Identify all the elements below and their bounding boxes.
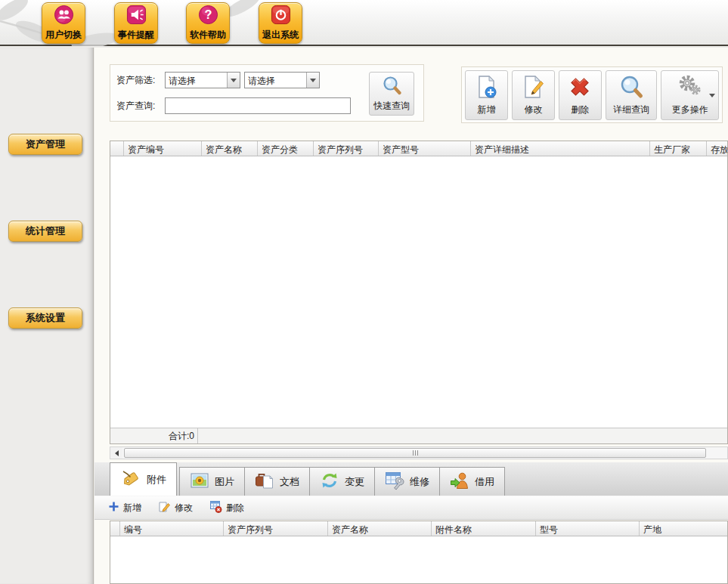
asset-query-input[interactable]	[165, 97, 351, 114]
software-help-button[interactable]: ? 软件帮助	[186, 2, 230, 44]
horizontal-scrollbar[interactable]	[110, 446, 728, 459]
top-toolbar: 用户切换 事件提醒 ? 软件帮助	[0, 0, 728, 46]
sidebar-item-statistics-management[interactable]: 统计管理	[8, 221, 82, 242]
tag-icon	[120, 468, 141, 491]
tab-attachments[interactable]: 附件	[110, 462, 177, 496]
picture-icon	[190, 471, 209, 493]
attachment-add-button[interactable]: 新增	[108, 501, 141, 514]
column-header[interactable]: 资产分类	[258, 141, 314, 156]
column-header[interactable]: 型号	[536, 521, 640, 536]
quick-query-button[interactable]: 快速查询	[369, 72, 414, 116]
tab-label: 变更	[345, 475, 364, 489]
event-reminder-icon	[126, 5, 147, 28]
column-header[interactable]: 资产序列号	[314, 141, 379, 156]
asset-filter-select-2[interactable]: 请选择	[244, 72, 320, 88]
detail-query-button[interactable]: 详细查询	[606, 70, 658, 120]
attachment-table-header: 编号 资产序列号 资产名称 附件名称 型号 产地	[110, 521, 727, 536]
delete-x-icon	[567, 74, 593, 103]
detail-tabstrip: 附件 图片	[94, 462, 728, 496]
column-header[interactable]: 资产名称	[328, 521, 432, 536]
column-header[interactable]: 资产序列号	[224, 521, 328, 536]
asset-table-header: 资产编号 资产名称 资产分类 资产序列号 资产型号 资产详细描述 生产厂家 存放…	[110, 141, 727, 156]
row-selector-header	[110, 521, 120, 536]
delete-button[interactable]: 删除	[559, 70, 602, 120]
more-operations-button[interactable]: 更多操作	[661, 70, 719, 120]
tab-documents[interactable]: 文档	[244, 467, 310, 496]
asset-table-body[interactable]	[110, 156, 727, 428]
row-selector-header	[110, 141, 124, 156]
attachment-delete-button[interactable]: 删除	[209, 500, 244, 515]
edit-document-icon	[520, 74, 546, 103]
attachment-modify-button[interactable]: 修改	[158, 500, 193, 515]
column-header[interactable]: 存放地点	[707, 141, 727, 156]
software-help-icon: ?	[198, 5, 218, 28]
event-reminder-label: 事件提醒	[118, 29, 154, 42]
tab-changes[interactable]: 变更	[309, 467, 375, 496]
quick-query-label: 快速查询	[373, 100, 410, 113]
column-header[interactable]: 附件名称	[432, 521, 536, 536]
add-button[interactable]: 新增	[465, 70, 508, 120]
magnifier-icon	[381, 75, 402, 99]
more-operations-label: 更多操作	[672, 104, 708, 116]
tab-label: 文档	[280, 475, 299, 489]
scroll-left-button[interactable]	[110, 447, 122, 459]
column-header[interactable]: 资产详细描述	[471, 141, 650, 156]
document-case-icon	[255, 471, 274, 493]
attachment-table: 编号 资产序列号 资产名称 附件名称 型号 产地	[110, 521, 728, 584]
user-switch-label: 用户切换	[45, 29, 82, 42]
exit-system-label: 退出系统	[262, 29, 299, 42]
asset-filter-select-1-value: 请选择	[166, 73, 227, 88]
tab-borrow[interactable]: 借用	[439, 467, 505, 496]
asset-table: 资产编号 资产名称 资产分类 资产序列号 资产型号 资产详细描述 生产厂家 存放…	[110, 141, 728, 444]
add-document-icon	[473, 74, 499, 103]
column-header[interactable]: 资产名称	[202, 141, 258, 156]
chevron-down-icon[interactable]	[227, 73, 240, 88]
attachment-table-body[interactable]	[110, 536, 727, 583]
column-header[interactable]: 生产厂家	[650, 141, 707, 156]
asset-query-label: 资产查询:	[116, 100, 165, 113]
app-window: 用户切换 事件提醒 ? 软件帮助	[0, 0, 728, 584]
tab-label: 借用	[475, 475, 494, 489]
sidebar-item-system-settings[interactable]: 系统设置	[8, 307, 82, 329]
tab-label: 维修	[410, 475, 429, 489]
asset-table-footer: 合计:0	[110, 428, 727, 443]
total-count: 合计:0	[169, 430, 194, 443]
borrow-person-icon	[450, 471, 469, 493]
tab-maintenance[interactable]: 维修	[374, 467, 440, 496]
sidebar: 资产管理 统计管理 系统设置	[0, 48, 94, 584]
event-reminder-button[interactable]: 事件提醒	[114, 2, 158, 44]
scrollbar-thumb[interactable]	[124, 448, 706, 458]
user-switch-button[interactable]: 用户切换	[42, 2, 85, 44]
tab-pictures[interactable]: 图片	[179, 467, 245, 496]
modify-button-label: 修改	[524, 104, 542, 116]
attachment-add-label: 新增	[123, 502, 141, 514]
add-button-label: 新增	[477, 104, 495, 116]
thumb-grip	[413, 450, 414, 456]
main-panel: 资产筛选: 请选择 请选择 资产查询:	[94, 48, 728, 584]
software-help-label: 软件帮助	[190, 29, 226, 42]
thumb-grip	[415, 450, 416, 456]
column-header[interactable]: 资产型号	[379, 141, 471, 156]
modify-button[interactable]: 修改	[512, 70, 555, 120]
chevron-down-icon[interactable]	[306, 73, 319, 88]
column-header[interactable]: 资产编号	[124, 141, 202, 156]
repair-wrench-icon	[385, 471, 404, 493]
footer-divider	[197, 428, 198, 443]
attachment-toolbar: 新增 修改	[94, 496, 728, 520]
user-switch-icon	[54, 5, 74, 28]
asset-filter-label: 资产筛选:	[116, 74, 165, 87]
detail-query-button-label: 详细查询	[613, 104, 649, 116]
chevron-down-icon[interactable]	[709, 94, 715, 97]
sidebar-item-asset-management[interactable]: 资产管理	[8, 134, 82, 155]
delete-button-label: 删除	[571, 104, 589, 116]
action-panel: 新增 修改	[461, 66, 723, 123]
attachment-delete-label: 删除	[226, 502, 244, 514]
gears-icon	[677, 74, 703, 103]
exit-system-button[interactable]: 退出系统	[259, 2, 302, 44]
edit-pencil-icon	[158, 500, 171, 515]
column-header[interactable]: 编号	[120, 521, 224, 536]
column-header[interactable]: 产地	[640, 521, 727, 536]
attachment-modify-label: 修改	[175, 502, 193, 514]
magnifier-icon	[618, 74, 644, 103]
asset-filter-select-1[interactable]: 请选择	[165, 72, 240, 88]
